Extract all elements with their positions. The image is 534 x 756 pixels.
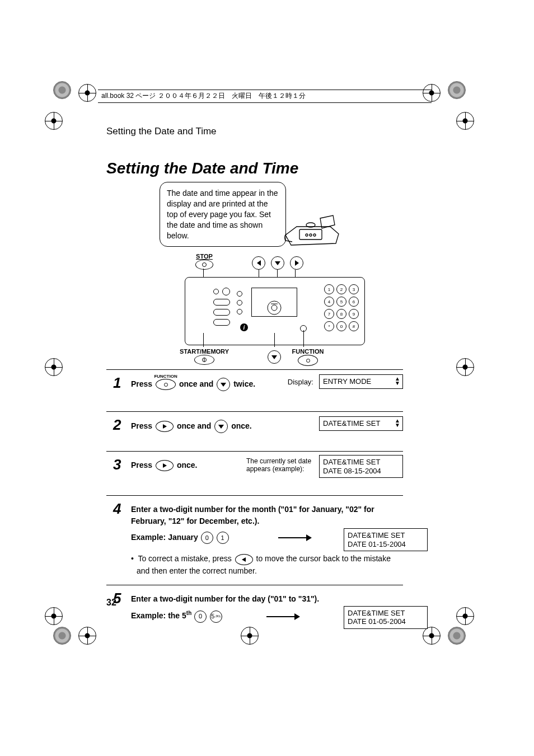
crop-mark [45,112,63,130]
right-arrow-icon [290,256,303,270]
result-arrow-icon [266,614,300,619]
down-arrow-icon [214,420,228,433]
page-number: 32 [106,598,116,608]
running-head: Setting the Date and Time [106,126,217,137]
crop-dot [448,627,466,645]
intro-callout: The date and time appear in the display … [160,182,286,247]
step-2: 2 Press once and once. DATE&TIME SET ▲▼ [106,412,403,452]
svg-point-6 [271,305,277,311]
step-3: 3 Press once. The currently set date app… [106,452,403,496]
down-button-label [268,350,281,364]
key-5-icon: 5JKL [210,611,222,623]
steps-list: 1 Press FUNCTION once and twice. Display… [106,369,403,631]
crop-mark [423,627,441,645]
leader-line [274,333,275,347]
step-1: 1 Press FUNCTION once and twice. Display… [106,370,403,412]
crop-mark [78,84,96,102]
key-0-icon: 0 [194,611,207,623]
lcd-readout: DATE&TIME SET ▲▼ [319,416,403,431]
function-label: FUNCTION [291,348,325,366]
down-arrow-icon [268,350,281,364]
step-number: 2 [113,416,121,434]
crop-dot [448,81,466,99]
leader-line [203,333,204,347]
crop-dot [53,627,71,645]
scroll-arrows-icon: ▲▼ [395,377,400,386]
step-4: 4 Enter a two-digit number for the month… [106,496,403,585]
down-arrow-icon [217,378,230,391]
function-button-icon [298,355,318,366]
step-5: 5 Enter a two-digit number for the day (… [106,585,403,631]
svg-point-5 [268,301,281,314]
crop-mark [78,627,96,645]
result-arrow-icon [278,536,312,540]
display-label: Display: [288,378,313,386]
page-title: Setting the Date and Time [106,159,298,177]
lcd-readout: DATE&TIME SET DATE 08-15-2004 [319,455,403,478]
step-number: 1 [113,374,121,392]
crop-mark [45,358,63,376]
function-button-icon: FUNCTION [156,379,176,390]
lcd-readout: DATE&TIME SET DATE 01-05-2004 [344,606,428,629]
svg-point-2 [306,234,308,236]
print-header: all.book 32 ページ ２００４年６月２２日 火曜日 午後１２時１分 [98,90,432,103]
down-arrow-icon [271,256,284,270]
right-arrow-icon [156,421,174,432]
info-icon: i [240,323,248,331]
start-memory-label: START/MEMORY [179,348,229,365]
svg-point-3 [310,234,312,236]
stop-button-icon [195,260,213,270]
svg-point-4 [313,234,316,236]
keypad-illustration: 123 456 789 *0# [324,284,359,331]
crop-dot [53,81,71,99]
crop-mark [456,358,474,376]
scroll-arrows-icon: ▲▼ [395,419,400,428]
crop-mark [45,607,63,625]
step3-note: The currently set date appears (example)… [246,457,313,473]
header-text: all.book 32 ページ ２００４年６月２２日 火曜日 午後１２時１分 [101,92,306,100]
stop-label: STOP [188,253,221,270]
key-1-icon: 1 [217,532,229,544]
leader-line [303,330,304,347]
right-arrow-icon [156,460,174,471]
control-panel-illustration: i 123 456 789 *0# [185,277,365,345]
svg-rect-0 [299,229,322,240]
start-memory-button-icon [194,355,214,365]
lcd-readout: ENTRY MODE ▲▼ [319,374,403,389]
lcd-screen-illustration [251,288,297,317]
left-arrow-icon [235,554,253,565]
nav-arrow-row [252,256,303,270]
left-arrow-icon [252,256,265,270]
step-number: 4 [113,500,121,518]
fax-machine-illustration [280,201,347,252]
crop-mark [456,112,474,130]
lcd-readout: DATE&TIME SET DATE 01-15-2004 [344,528,428,551]
crop-mark [456,607,474,625]
step-number: 3 [113,456,121,473]
key-0-icon: 0 [201,532,213,544]
